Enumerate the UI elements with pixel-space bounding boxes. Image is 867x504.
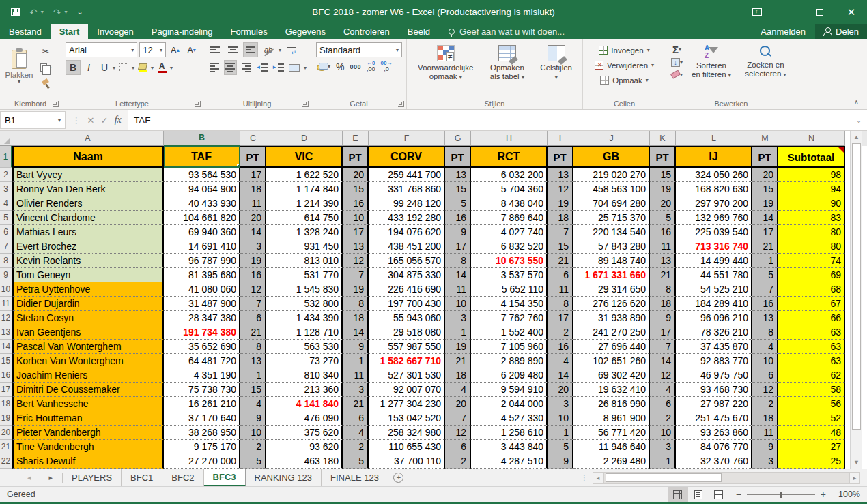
tell-me-search[interactable]: Geef aan wat u wilt doen... [449, 24, 565, 39]
next-sheet-arrow[interactable]: ▸ [49, 473, 53, 482]
decrease-decimal-button[interactable]: 00→,0 [380, 60, 393, 73]
cell-N7[interactable]: 80 [778, 239, 845, 254]
cell-N2[interactable]: 98 [778, 168, 845, 182]
row-header-18[interactable]: 18 [0, 397, 12, 411]
cell-H10[interactable]: 5 652 110 [471, 282, 548, 297]
expand-formula-bar-button[interactable]: ⌄ [851, 110, 867, 130]
cell-M7[interactable]: 21 [752, 239, 778, 254]
cell-B9[interactable]: 81 395 680 [164, 268, 240, 282]
row-header-15[interactable]: 15 [0, 354, 12, 368]
cell-C3[interactable]: 18 [240, 182, 266, 196]
cell-C5[interactable]: 20 [240, 211, 266, 225]
row-header-10[interactable]: 10 [0, 282, 12, 297]
sheet-tab-ranking-123[interactable]: RANKING 123 [246, 469, 322, 486]
cell-K9[interactable]: 21 [650, 268, 676, 282]
row-header-20[interactable]: 20 [0, 426, 12, 440]
cell-K5[interactable]: 5 [650, 211, 676, 225]
cell-A10[interactable]: Petra Uyttenhove [12, 282, 164, 297]
cell-C10[interactable]: 12 [240, 282, 266, 297]
cell-D8[interactable]: 813 010 [266, 254, 343, 268]
cell-I6[interactable]: 7 [548, 225, 573, 239]
cell-A15[interactable]: Korben Van Wonterghem [12, 354, 164, 368]
cell-F15[interactable]: 1 582 667 710 [369, 354, 445, 368]
col-header-B[interactable]: B [164, 131, 240, 146]
cell-I22[interactable]: 9 [548, 454, 573, 469]
cell-H14[interactable]: 7 105 960 [471, 340, 548, 354]
row-header-1[interactable]: 1 [0, 146, 12, 168]
cell-F16[interactable]: 527 301 530 [369, 368, 445, 383]
cell-D9[interactable]: 531 770 [266, 268, 343, 282]
cell-A19[interactable]: Eric Houtteman [12, 411, 164, 426]
cell-B20[interactable]: 38 268 950 [164, 426, 240, 440]
cell-B6[interactable]: 69 940 360 [164, 225, 240, 239]
cell-K3[interactable]: 19 [650, 182, 676, 196]
cell-I19[interactable]: 10 [548, 411, 573, 426]
cell-G12[interactable]: 3 [445, 311, 471, 325]
wrap-text-button[interactable] [284, 42, 299, 57]
cell-G19[interactable]: 7 [445, 411, 471, 426]
row-header-8[interactable]: 8 [0, 254, 12, 268]
cell-L11[interactable]: 184 289 410 [676, 297, 752, 311]
cell-E18[interactable]: 21 [343, 397, 369, 411]
cell-J7[interactable]: 57 843 280 [573, 239, 650, 254]
cell-N15[interactable]: 63 [778, 354, 845, 368]
cell-L6[interactable]: 225 039 540 [676, 225, 752, 239]
cell-C8[interactable]: 19 [240, 254, 266, 268]
cell-B12[interactable]: 28 347 380 [164, 311, 240, 325]
cut-button[interactable]: ✂ [37, 44, 55, 59]
row-header-4[interactable]: 4 [0, 196, 12, 211]
cell-B7[interactable]: 14 691 410 [164, 239, 240, 254]
cell-C12[interactable]: 6 [240, 311, 266, 325]
cell-N19[interactable]: 52 [778, 411, 845, 426]
row-header-6[interactable]: 6 [0, 225, 12, 239]
cell-J20[interactable]: 56 771 420 [573, 426, 650, 440]
cell-K18[interactable]: 6 [650, 397, 676, 411]
cell-K2[interactable]: 15 [650, 168, 676, 182]
scroll-up-arrow[interactable]: ▲ [851, 132, 862, 143]
cell-J12[interactable]: 31 938 890 [573, 311, 650, 325]
cell-E7[interactable]: 13 [343, 239, 369, 254]
cell-F4[interactable]: 99 248 120 [369, 196, 445, 211]
cell-I12[interactable]: 17 [548, 311, 573, 325]
cell-G20[interactable]: 12 [445, 426, 471, 440]
cell-L5[interactable]: 132 969 760 [676, 211, 752, 225]
cell-E6[interactable]: 17 [343, 225, 369, 239]
cell-J17[interactable]: 19 632 410 [573, 383, 650, 397]
cell-L15[interactable]: 92 883 770 [676, 354, 752, 368]
cell-M2[interactable]: 20 [752, 168, 778, 182]
splitter-dots[interactable]: ⋮ [581, 474, 588, 481]
cell-K20[interactable]: 10 [650, 426, 676, 440]
cell-L17[interactable]: 93 468 730 [676, 383, 752, 397]
cell-J4[interactable]: 704 694 280 [573, 196, 650, 211]
cell-G21[interactable]: 6 [445, 440, 471, 454]
formula-input[interactable]: TAF [128, 110, 851, 130]
cell-L4[interactable]: 297 970 200 [676, 196, 752, 211]
cell-N1[interactable]: Subtotaal [778, 146, 845, 168]
cell-G4[interactable]: 5 [445, 196, 471, 211]
cell-G9[interactable]: 14 [445, 268, 471, 282]
cell-M17[interactable]: 12 [752, 383, 778, 397]
cell-B17[interactable]: 75 738 730 [164, 383, 240, 397]
cell-C1[interactable]: PT [240, 146, 266, 168]
cell-D7[interactable]: 931 450 [266, 239, 343, 254]
collapse-ribbon-button[interactable]: ∧ [854, 98, 859, 106]
cell-E1[interactable]: PT [343, 146, 369, 168]
sort-filter-button[interactable]: AZ Sorteren en filteren ▾ [687, 43, 735, 80]
col-header-N[interactable]: N [778, 131, 845, 146]
cell-K19[interactable]: 2 [650, 411, 676, 426]
format-painter-button[interactable] [37, 76, 55, 91]
cell-E2[interactable]: 20 [343, 168, 369, 182]
font-size-select[interactable]: 12▾ [139, 42, 166, 57]
cell-I13[interactable]: 2 [548, 325, 573, 340]
cell-F20[interactable]: 258 324 980 [369, 426, 445, 440]
row-header-7[interactable]: 7 [0, 239, 12, 254]
cell-J18[interactable]: 26 816 990 [573, 397, 650, 411]
cell-B22[interactable]: 27 270 000 [164, 454, 240, 469]
cell-A12[interactable]: Stefan Cosyn [12, 311, 164, 325]
cell-H11[interactable]: 4 154 350 [471, 297, 548, 311]
cell-L18[interactable]: 27 987 220 [676, 397, 752, 411]
fill-color-button[interactable] [135, 60, 150, 75]
cell-H12[interactable]: 7 762 760 [471, 311, 548, 325]
scroll-right-arrow[interactable]: ▸ [849, 472, 860, 484]
row-header-5[interactable]: 5 [0, 211, 12, 225]
